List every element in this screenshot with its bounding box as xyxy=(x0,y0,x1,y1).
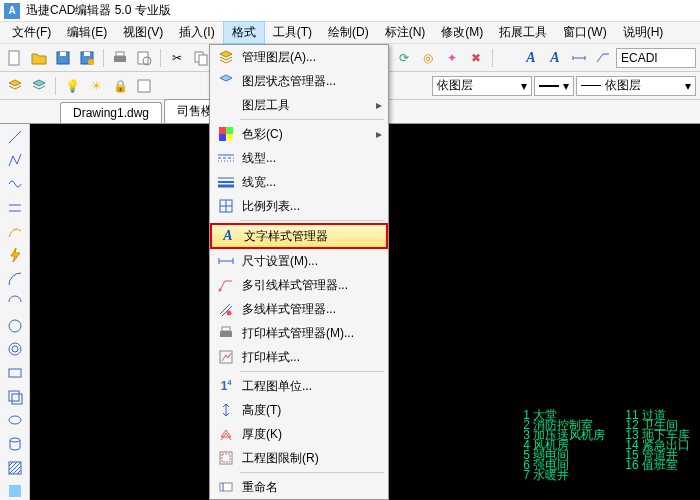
arc2-tool-icon[interactable] xyxy=(4,293,26,311)
svg-point-41 xyxy=(219,289,222,292)
menu-plot-style[interactable]: 打印样式管理器(M)... xyxy=(210,321,388,345)
menu-file[interactable]: 文件(F) xyxy=(4,22,59,43)
wave-tool-icon[interactable] xyxy=(4,175,26,193)
menu-lineweight[interactable]: 线宽... xyxy=(210,170,388,194)
menu-height[interactable]: 高度(T) xyxy=(210,398,388,422)
spline-tool-icon[interactable] xyxy=(4,223,26,241)
text-style-a2-icon[interactable]: A xyxy=(544,47,566,69)
line-tool-icon[interactable] xyxy=(4,128,26,146)
box-icon[interactable] xyxy=(133,75,155,97)
style-combo[interactable]: ECADI xyxy=(616,48,696,68)
menu-print-style[interactable]: 打印样式... xyxy=(210,345,388,369)
svg-rect-6 xyxy=(114,56,126,62)
menu-thickness[interactable]: 厚度(K) xyxy=(210,422,388,446)
separator xyxy=(240,371,384,372)
tab-drawing1[interactable]: Drawing1.dwg xyxy=(60,102,162,123)
svg-rect-29 xyxy=(226,127,233,134)
menu-annotate[interactable]: 标注(N) xyxy=(377,22,434,43)
circle-tool-icon[interactable] xyxy=(4,317,26,335)
svg-point-19 xyxy=(9,343,21,355)
svg-point-20 xyxy=(12,346,18,352)
menu-format[interactable]: 格式 xyxy=(223,21,265,44)
menu-linetype[interactable]: 线型... xyxy=(210,146,388,170)
svg-rect-21 xyxy=(9,369,21,377)
linetype-combo[interactable]: 依图层▾ xyxy=(576,76,696,96)
svg-rect-14 xyxy=(138,80,150,92)
menu-draw[interactable]: 绘制(D) xyxy=(320,22,377,43)
layer2-icon[interactable] xyxy=(28,75,50,97)
mline-icon xyxy=(216,302,236,316)
svg-rect-22 xyxy=(9,391,19,401)
lineweight-combo[interactable]: ▾ xyxy=(534,76,574,96)
leader-icon[interactable] xyxy=(592,47,614,69)
text-style-a-icon[interactable]: A xyxy=(520,47,542,69)
preview-icon[interactable] xyxy=(133,47,155,69)
separator xyxy=(240,220,384,221)
separator xyxy=(160,49,161,67)
rect-tool-icon[interactable] xyxy=(4,364,26,382)
target-icon[interactable]: ◎ xyxy=(417,47,439,69)
svg-line-15 xyxy=(9,131,21,143)
layer-icon[interactable] xyxy=(4,75,26,97)
app-icon: A xyxy=(4,3,20,19)
color-icon xyxy=(216,127,236,141)
menu-drawing-limits[interactable]: 工程图限制(R) xyxy=(210,446,388,470)
menu-text-style-mgr[interactable]: A文字样式管理器 xyxy=(210,223,388,249)
cylinder-tool-icon[interactable] xyxy=(4,435,26,453)
menu-manage-layer[interactable]: 管理图层(A)... xyxy=(210,45,388,69)
menu-modify[interactable]: 修改(M) xyxy=(433,22,491,43)
arc-tool-icon[interactable] xyxy=(4,270,26,288)
menu-help[interactable]: 说明(H) xyxy=(615,22,672,43)
plot-icon xyxy=(216,350,236,364)
menu-edit[interactable]: 编辑(E) xyxy=(59,22,115,43)
menu-layer-state-mgr[interactable]: 图层状态管理器... xyxy=(210,69,388,93)
menu-color[interactable]: 色彩(C)▸ xyxy=(210,122,388,146)
lineweight-icon xyxy=(216,176,236,188)
menu-dim-settings[interactable]: 尺寸设置(M)... xyxy=(210,249,388,273)
layerstate-icon xyxy=(216,73,236,89)
bolt-tool-icon[interactable] xyxy=(4,246,26,264)
dim-icon[interactable] xyxy=(568,47,590,69)
menu-layer-tools[interactable]: 图层工具▸ xyxy=(210,93,388,117)
multiline-tool-icon[interactable] xyxy=(4,199,26,217)
gear-icon[interactable]: ✖ xyxy=(465,47,487,69)
new-icon[interactable] xyxy=(4,47,26,69)
sun-icon[interactable]: ☀ xyxy=(85,75,107,97)
menu-tool[interactable]: 工具(T) xyxy=(265,22,320,43)
print-icon[interactable] xyxy=(109,47,131,69)
limits-icon xyxy=(216,451,236,465)
polyline-tool-icon[interactable] xyxy=(4,152,26,170)
lock-icon[interactable]: 🔒 xyxy=(109,75,131,97)
gradient-tool-icon[interactable] xyxy=(4,482,26,500)
menu-insert[interactable]: 插入(I) xyxy=(171,22,222,43)
saveas-icon[interactable] xyxy=(76,47,98,69)
menu-mline-style[interactable]: 多线样式管理器... xyxy=(210,297,388,321)
svg-rect-2 xyxy=(60,52,66,56)
svg-rect-0 xyxy=(9,51,19,65)
menu-rename[interactable]: 重命名 xyxy=(210,475,388,499)
svg-point-18 xyxy=(9,320,21,332)
bulb-icon[interactable]: 💡 xyxy=(61,75,83,97)
ellipse-tool-icon[interactable] xyxy=(4,412,26,430)
star-icon[interactable]: ✦ xyxy=(441,47,463,69)
menu-mleader-style[interactable]: 多引线样式管理器... xyxy=(210,273,388,297)
hatch-tool-icon[interactable] xyxy=(4,459,26,477)
menu-scale-list[interactable]: 比例列表... xyxy=(210,194,388,218)
menu-extend[interactable]: 拓展工具 xyxy=(491,22,555,43)
layer-combo[interactable]: 依图层▾ xyxy=(432,76,532,96)
rename-icon xyxy=(216,481,236,493)
linetype-combo-value: 依图层 xyxy=(605,77,641,94)
menu-drawing-units[interactable]: 14工程图单位... xyxy=(210,374,388,398)
rect2-tool-icon[interactable] xyxy=(4,388,26,406)
refresh-icon[interactable]: ⟳ xyxy=(393,47,415,69)
ring-tool-icon[interactable] xyxy=(4,341,26,359)
open-icon[interactable] xyxy=(28,47,50,69)
save-icon[interactable] xyxy=(52,47,74,69)
separator xyxy=(55,77,56,95)
style-combo-value: ECADI xyxy=(621,51,658,65)
menu-view[interactable]: 视图(V) xyxy=(115,22,171,43)
cut-icon[interactable]: ✂ xyxy=(166,47,188,69)
menu-window[interactable]: 窗口(W) xyxy=(555,22,614,43)
separator xyxy=(240,119,384,120)
thickness-icon xyxy=(216,427,236,441)
